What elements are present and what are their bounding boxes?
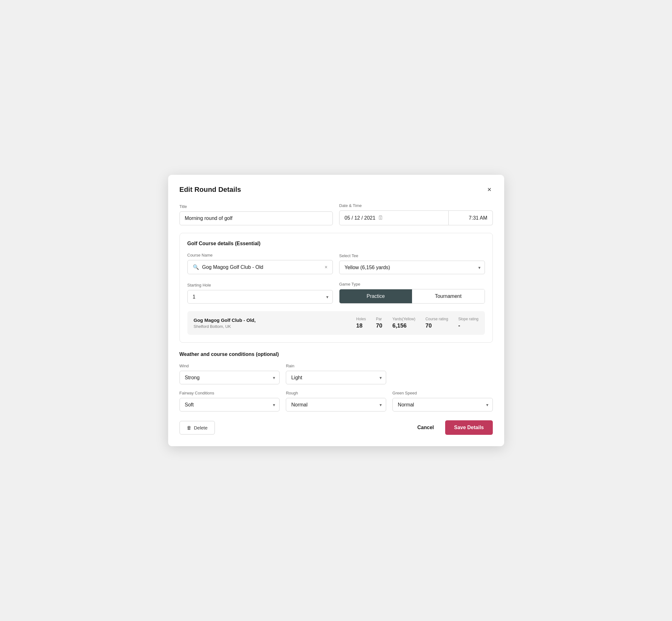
date-time-group: Date & Time 05 / 12 / 2021 🗓 7:31 AM	[339, 203, 493, 225]
wind-rain-row: Wind Calm Light Moderate Strong Very Str…	[179, 364, 493, 384]
course-search-wrap[interactable]: 🔍 ×	[187, 260, 333, 274]
edit-round-modal: Edit Round Details × Title Date & Time 0…	[168, 175, 504, 446]
starting-hole-dropdown[interactable]: 1 10	[187, 290, 333, 303]
slope-rating-value: -	[458, 323, 460, 329]
rain-group: Rain None Light Moderate Heavy ▾	[286, 364, 386, 384]
title-label: Title	[179, 204, 333, 209]
par-label: Par	[376, 317, 382, 321]
course-name-group: Course Name 🔍 ×	[187, 253, 333, 274]
time-input-wrap[interactable]: 7:31 AM	[449, 210, 493, 225]
practice-button[interactable]: Practice	[339, 289, 412, 303]
weather-title: Weather and course conditions (optional)	[179, 351, 493, 357]
trash-icon: 🗑	[187, 425, 192, 430]
par-value: 70	[376, 323, 382, 329]
date-time-label: Date & Time	[339, 203, 493, 208]
course-info-name: Gog Magog Golf Club - Old,	[194, 318, 356, 323]
golf-course-section: Golf Course details (Essential) Course N…	[179, 233, 493, 343]
select-tee-label: Select Tee	[339, 253, 485, 258]
delete-button[interactable]: 🗑 Delete	[179, 421, 215, 434]
close-button[interactable]: ×	[486, 185, 493, 194]
footer-row: 🗑 Delete Cancel Save Details	[179, 420, 493, 435]
wind-select-wrap: Calm Light Moderate Strong Very Strong ▾	[179, 371, 280, 384]
course-tee-row: Course Name 🔍 × Select Tee Yellow (6,156…	[187, 253, 485, 274]
course-info-location: Shelford Bottom, UK	[194, 324, 356, 329]
rough-group: Rough Short Normal Long ▾	[286, 391, 386, 411]
rain-dropdown[interactable]: None Light Moderate Heavy	[286, 371, 386, 384]
green-speed-select-wrap: Slow Normal Fast ▾	[392, 398, 493, 411]
starting-hole-group: Starting Hole 1 10 ▾	[187, 283, 333, 303]
time-value: 7:31 AM	[469, 215, 488, 221]
stat-slope-rating: Slope rating -	[458, 317, 478, 329]
date-time-inputs: 05 / 12 / 2021 🗓 7:31 AM	[339, 210, 493, 225]
rough-dropdown[interactable]: Short Normal Long	[286, 398, 386, 411]
title-input[interactable]	[179, 211, 333, 225]
wind-group: Wind Calm Light Moderate Strong Very Str…	[179, 364, 280, 384]
course-info-left: Gog Magog Golf Club - Old, Shelford Bott…	[194, 318, 356, 329]
stat-holes: Holes 18	[356, 317, 366, 329]
stat-par: Par 70	[376, 317, 382, 329]
green-speed-dropdown[interactable]: Slow Normal Fast	[392, 398, 493, 411]
starting-hole-wrap: 1 10 ▾	[187, 290, 333, 303]
course-stats: Holes 18 Par 70 Yards(Yellow) 6,156 Cour…	[356, 317, 478, 329]
date-input-wrap[interactable]: 05 / 12 / 2021 🗓	[339, 210, 449, 225]
rain-label: Rain	[286, 364, 386, 368]
holes-label: Holes	[356, 317, 366, 321]
modal-header: Edit Round Details ×	[179, 185, 493, 194]
game-type-label: Game Type	[339, 282, 485, 287]
rough-label: Rough	[286, 391, 386, 396]
footer-right: Cancel Save Details	[412, 420, 493, 435]
rough-select-wrap: Short Normal Long ▾	[286, 398, 386, 411]
select-tee-group: Select Tee Yellow (6,156 yards) White (6…	[339, 253, 485, 274]
fairway-label: Fairway Conditions	[179, 391, 280, 396]
game-type-group: Game Type Practice Tournament	[339, 282, 485, 303]
save-button[interactable]: Save Details	[445, 420, 493, 435]
yards-label: Yards(Yellow)	[392, 317, 416, 321]
title-date-row: Title Date & Time 05 / 12 / 2021 🗓 7:31 …	[179, 203, 493, 225]
title-group: Title	[179, 204, 333, 225]
tournament-button[interactable]: Tournament	[412, 289, 485, 303]
course-info-card: Gog Magog Golf Club - Old, Shelford Bott…	[187, 311, 485, 335]
green-speed-group: Green Speed Slow Normal Fast ▾	[392, 391, 493, 411]
stat-yards: Yards(Yellow) 6,156	[392, 317, 416, 329]
fairway-dropdown[interactable]: Soft Normal Hard	[179, 398, 280, 411]
golf-section-title: Golf Course details (Essential)	[187, 241, 485, 246]
holes-value: 18	[356, 323, 363, 329]
weather-section: Weather and course conditions (optional)…	[179, 351, 493, 411]
course-name-label: Course Name	[187, 253, 333, 257]
hole-gametype-row: Starting Hole 1 10 ▾ Game Type Practice …	[187, 282, 485, 303]
yards-value: 6,156	[392, 323, 407, 329]
cancel-button[interactable]: Cancel	[412, 421, 439, 434]
wind-label: Wind	[179, 364, 280, 368]
fairway-rough-green-row: Fairway Conditions Soft Normal Hard ▾ Ro…	[179, 391, 493, 411]
wind-dropdown[interactable]: Calm Light Moderate Strong Very Strong	[179, 371, 280, 384]
delete-label: Delete	[194, 425, 208, 430]
rain-select-wrap: None Light Moderate Heavy ▾	[286, 371, 386, 384]
date-value: 05 / 12 / 2021	[344, 215, 375, 221]
stat-course-rating: Course rating 70	[425, 317, 448, 329]
course-rating-label: Course rating	[425, 317, 448, 321]
modal-title: Edit Round Details	[179, 185, 241, 194]
slope-rating-label: Slope rating	[458, 317, 478, 321]
course-clear-button[interactable]: ×	[325, 264, 328, 270]
green-speed-label: Green Speed	[392, 391, 493, 396]
select-tee-wrap: Yellow (6,156 yards) White (6,500 yards)…	[339, 261, 485, 274]
course-search-input[interactable]	[202, 264, 322, 270]
game-type-toggle: Practice Tournament	[339, 289, 485, 303]
fairway-group: Fairway Conditions Soft Normal Hard ▾	[179, 391, 280, 411]
course-rating-value: 70	[425, 323, 432, 329]
starting-hole-label: Starting Hole	[187, 283, 333, 287]
select-tee-dropdown[interactable]: Yellow (6,156 yards) White (6,500 yards)…	[339, 261, 485, 274]
calendar-icon: 🗓	[378, 215, 384, 221]
search-icon: 🔍	[193, 264, 199, 270]
fairway-select-wrap: Soft Normal Hard ▾	[179, 398, 280, 411]
